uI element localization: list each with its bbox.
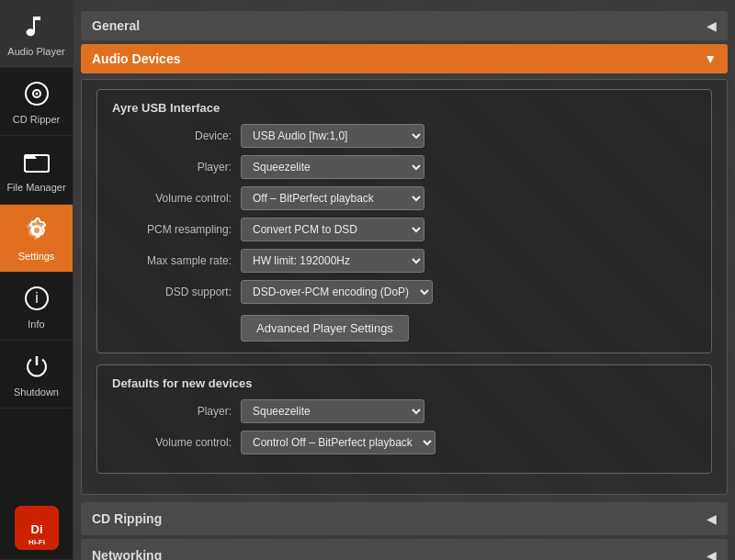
pcm-resampling-control: Convert PCM to DSD	[241, 218, 696, 241]
sidebar-label-info: Info	[28, 319, 44, 330]
volume-control-label: Volume control:	[112, 192, 241, 205]
defaults-volume-control: Control Off – BitPerfect playback	[241, 431, 696, 454]
sidebar-label-audio-player: Audio Player	[7, 46, 64, 58]
device-row: Device: USB Audio [hw:1,0]	[112, 124, 696, 148]
sidebar-label-cd-ripper: CD Ripper	[13, 114, 60, 126]
power-icon	[20, 350, 53, 383]
audio-devices-chevron: ▼	[704, 51, 717, 66]
cd-ripping-title: CD Ripping	[92, 511, 162, 526]
cd-ripping-section-header[interactable]: CD Ripping ◀	[81, 502, 728, 535]
svg-text:Hi-Fi: Hi-Fi	[28, 538, 45, 546]
defaults-player-control: Squeezelite	[241, 399, 696, 423]
defaults-player-label: Player:	[112, 405, 241, 418]
sidebar-label-file-manager: File Manager	[6, 182, 65, 194]
networking-title: Networking	[92, 548, 162, 560]
device-select[interactable]: USB Audio [hw:1,0]	[241, 124, 424, 148]
sidebar-label-settings: Settings	[18, 251, 55, 263]
sidebar: Audio Player CD Ripper File Manager	[0, 0, 74, 560]
dsd-support-control: DSD-over-PCM encoding (DoP)	[241, 280, 696, 304]
pcm-resampling-row: PCM resampling: Convert PCM to DSD	[112, 218, 696, 241]
audio-devices-title: Audio Devices	[92, 51, 180, 66]
main-content: Daphile Daphile Daphile Daphile Daphile …	[74, 0, 735, 560]
networking-section-header[interactable]: Networking ◀	[81, 539, 728, 560]
dsd-support-row: DSD support: DSD-over-PCM encoding (DoP)	[112, 280, 696, 304]
daphile-logo: Di Hi-Fi	[15, 506, 59, 550]
player-select[interactable]: Squeezelite	[241, 155, 424, 179]
volume-control-select[interactable]: Off – BitPerfect playback	[241, 186, 424, 210]
networking-chevron: ◀	[707, 548, 717, 560]
sidebar-item-cd-ripper[interactable]: CD Ripper	[0, 68, 73, 136]
sidebar-item-file-manager[interactable]: File Manager	[0, 136, 73, 204]
sidebar-item-settings[interactable]: Settings	[0, 205, 73, 273]
max-sample-rate-select[interactable]: HW limit: 192000Hz	[241, 249, 424, 273]
sidebar-item-audio-player[interactable]: Audio Player	[0, 0, 73, 68]
player-label: Player:	[112, 161, 241, 174]
cd-ripping-chevron: ◀	[707, 511, 717, 526]
gear-icon	[20, 214, 53, 247]
folder-icon	[20, 145, 53, 178]
pcm-resampling-select[interactable]: Convert PCM to DSD	[241, 218, 424, 241]
svg-point-2	[35, 93, 38, 95]
sidebar-item-info[interactable]: i Info	[0, 273, 73, 341]
defaults-subsection: Defaults for new devices Player: Squeeze…	[96, 364, 712, 474]
defaults-volume-row: Volume control: Control Off – BitPerfect…	[112, 431, 696, 454]
ayre-subsection: Ayre USB Interface Device: USB Audio [hw…	[96, 89, 712, 353]
general-section-header[interactable]: General ◀	[81, 11, 728, 40]
defaults-volume-select[interactable]: Control Off – BitPerfect playback	[241, 431, 435, 454]
device-label: Device:	[112, 129, 241, 142]
general-chevron: ◀	[707, 18, 717, 33]
svg-text:i: i	[35, 290, 39, 306]
info-icon: i	[20, 282, 53, 315]
volume-control-control: Off – BitPerfect playback	[241, 186, 696, 210]
volume-control-row: Volume control: Off – BitPerfect playbac…	[112, 186, 696, 210]
sidebar-label-shutdown: Shutdown	[14, 386, 59, 398]
audio-devices-section-header[interactable]: Audio Devices ▼	[81, 44, 728, 73]
defaults-player-select[interactable]: Squeezelite	[241, 399, 424, 423]
player-control: Squeezelite	[241, 155, 696, 179]
sidebar-item-shutdown[interactable]: Shutdown	[0, 341, 73, 409]
audio-devices-content: Ayre USB Interface Device: USB Audio [hw…	[81, 79, 728, 495]
sidebar-logo: Di Hi-Fi	[0, 497, 73, 560]
svg-text:Di: Di	[30, 522, 42, 536]
pcm-resampling-label: PCM resampling:	[112, 223, 241, 236]
general-title: General	[92, 18, 140, 33]
player-row: Player: Squeezelite	[112, 155, 696, 179]
defaults-title: Defaults for new devices	[112, 376, 696, 390]
music-note-icon	[20, 9, 53, 42]
max-sample-rate-control: HW limit: 192000Hz	[241, 249, 696, 273]
device-control: USB Audio [hw:1,0]	[241, 124, 696, 148]
dsd-support-select[interactable]: DSD-over-PCM encoding (DoP)	[241, 280, 433, 304]
advanced-player-settings-button[interactable]: Advanced Player Settings	[241, 315, 409, 342]
dsd-support-label: DSD support:	[112, 286, 241, 298]
ayre-title: Ayre USB Interface	[112, 101, 696, 115]
max-sample-rate-row: Max sample rate: HW limit: 192000Hz	[112, 249, 696, 273]
cd-icon	[20, 77, 53, 110]
defaults-volume-label: Volume control:	[112, 436, 241, 449]
defaults-player-row: Player: Squeezelite	[112, 399, 696, 423]
max-sample-rate-label: Max sample rate:	[112, 254, 241, 267]
